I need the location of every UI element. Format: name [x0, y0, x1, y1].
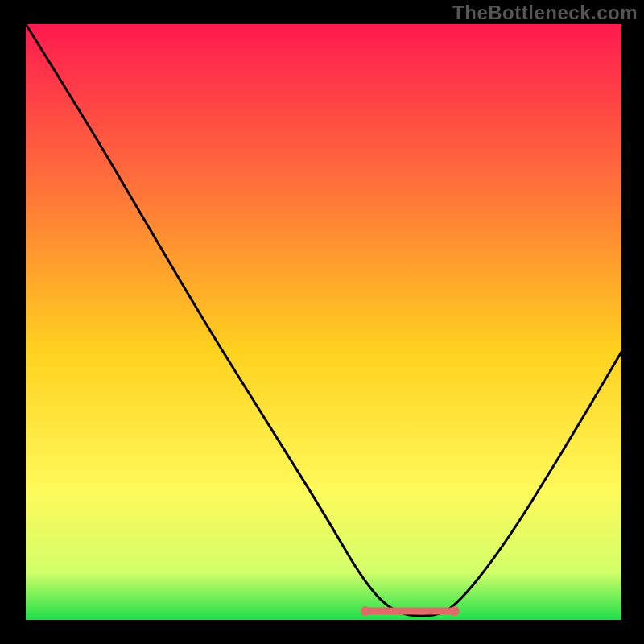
svg-point-2 [450, 606, 460, 616]
chart-background [26, 24, 621, 620]
svg-point-1 [361, 606, 370, 616]
chart-frame: TheBottleneck.com [0, 0, 644, 644]
flat-region-marker [361, 606, 460, 616]
plot-area [26, 24, 621, 620]
chart-svg [26, 24, 621, 620]
watermark-text: TheBottleneck.com [452, 2, 638, 24]
